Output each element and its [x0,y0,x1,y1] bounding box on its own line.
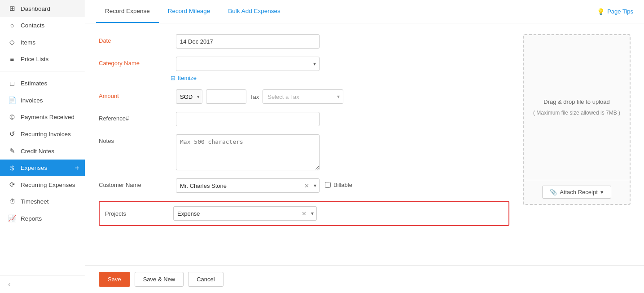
sidebar-item-label: Dashboard [21,5,50,12]
sidebar-item-label: Payments Received [21,114,74,120]
notes-row: Notes [99,134,509,170]
sidebar-item-label: Recurring Expenses [21,182,75,188]
sidebar-item-expenses[interactable]: $ Expenses + [0,160,85,176]
page-tips-button[interactable]: 💡 Page Tips [597,8,633,15]
sidebar-item-label: Estimates [21,80,47,87]
sidebar-item-dashboard[interactable]: ⊞ Dashboard [0,0,85,17]
projects-highlight-row: Projects ✕ ▾ [99,201,509,226]
upload-drop-zone[interactable]: Drag & drop file to upload ( Maximum fil… [524,35,629,180]
customer-name-select-wrapper: ✕ ▾ [176,178,320,193]
sidebar-item-label: Price Lists [21,56,48,62]
expenses-add-button[interactable]: + [74,164,79,172]
form-area: Date Category Name ⊞ Itemize Amount [85,23,644,265]
recurring-expenses-icon: ⟳ [8,181,16,189]
sidebar-item-label: Invoices [21,97,43,104]
tax-select-wrapper: Select a Tax [263,89,343,104]
sidebar-item-label: Recurring Invoices [21,131,71,138]
category-select[interactable] [176,57,320,71]
amount-row: Amount SGD Tax Select a Tax [99,89,509,104]
billable-row: Billable [325,178,352,188]
projects-chevron-icon[interactable]: ▾ [308,210,316,217]
sidebar-item-price-lists[interactable]: ≡ Price Lists [0,51,85,67]
billable-label: Billable [333,182,352,188]
expenses-icon: $ [8,164,16,172]
lightbulb-icon: 💡 [597,8,605,15]
itemize-icon: ⊞ [171,75,175,81]
projects-label: Projects [105,210,168,217]
sidebar-item-timesheet[interactable]: ⏱ Timesheet [0,193,85,210]
sidebar-item-label: Contacts [21,22,44,29]
category-label: Category Name [99,57,171,67]
recurring-invoices-icon: ↺ [8,130,16,138]
attach-receipt-button[interactable]: 📎 Attach Receipt ▾ [542,186,611,199]
reference-row: Reference# [99,112,509,126]
reports-icon: 📈 [8,214,16,222]
cancel-button[interactable]: Cancel [188,272,223,287]
file-size-text: ( Maximum file size allowed is 7MB ) [533,109,620,117]
items-icon: ◇ [8,38,16,46]
sidebar-item-reports[interactable]: 📈 Reports [0,210,85,227]
sidebar-item-items[interactable]: ◇ Items [0,34,85,51]
tax-select[interactable]: Select a Tax [263,89,343,104]
sidebar-item-recurring-expenses[interactable]: ⟳ Recurring Expenses [0,176,85,193]
attach-dropdown-icon: ▾ [600,189,604,195]
dashboard-icon: ⊞ [8,4,16,13]
sidebar-item-label: Timesheet [21,198,49,205]
category-row: Category Name [99,57,509,71]
reference-input[interactable] [176,112,320,126]
footer-bar: Save Save & New Cancel [85,265,644,293]
payments-icon: © [8,113,16,121]
sidebar-item-contacts[interactable]: ○ Contacts [0,17,85,34]
main-content: Record Expense Record Mileage Bulk Add E… [85,0,644,293]
projects-select-wrapper: ✕ ▾ [173,206,317,221]
form-left: Date Category Name ⊞ Itemize Amount [99,34,509,254]
customer-name-label: Customer Name [99,178,171,188]
save-new-button[interactable]: Save & New [135,272,184,287]
sidebar-item-label: Credit Notes [21,148,54,155]
amount-inputs: SGD Tax Select a Tax [176,89,343,104]
tabs: Record Expense Record Mileage Bulk Add E… [96,0,289,23]
reference-label: Reference# [99,112,171,122]
sidebar-divider [0,71,85,71]
sidebar-item-label: Items [21,39,35,46]
credit-notes-icon: ✎ [8,147,16,155]
upload-area: Drag & drop file to upload ( Maximum fil… [523,34,631,205]
sidebar-item-estimates[interactable]: □ Estimates [0,75,85,92]
tax-label: Tax [250,93,259,100]
sidebar: ⊞ Dashboard ○ Contacts ◇ Items ≡ Price L… [0,0,85,293]
tab-record-mileage[interactable]: Record Mileage [159,0,219,23]
sidebar-item-credit-notes[interactable]: ✎ Credit Notes [0,142,85,160]
save-button[interactable]: Save [99,272,130,287]
customer-name-row: Customer Name ✕ ▾ Billable [99,178,509,193]
sidebar-item-label: Reports [21,215,42,222]
customer-name-input[interactable] [176,182,302,189]
projects-input[interactable] [174,210,300,217]
amount-label: Amount [99,89,171,99]
date-row: Date [99,34,509,49]
customer-chevron-icon[interactable]: ▾ [311,182,319,189]
billable-checkbox[interactable] [325,182,331,188]
currency-select-wrapper: SGD [176,89,202,104]
amount-input[interactable] [206,89,246,104]
sidebar-item-payments-received[interactable]: © Payments Received [0,109,85,125]
upload-footer: 📎 Attach Receipt ▾ [524,180,630,204]
sidebar-item-recurring-invoices[interactable]: ↺ Recurring Invoices [0,125,85,142]
customer-clear-button[interactable]: ✕ [302,182,311,189]
sidebar-item-invoices[interactable]: 📄 Invoices [0,92,85,109]
currency-select[interactable]: SGD [176,89,202,104]
date-input[interactable] [176,34,320,49]
collapse-icon: ‹ [8,280,10,288]
sidebar-collapse-button[interactable]: ‹ [0,275,85,293]
drag-drop-text: Drag & drop file to upload [543,98,609,107]
projects-clear-button[interactable]: ✕ [300,210,308,217]
notes-textarea[interactable] [176,134,320,170]
tab-record-expense[interactable]: Record Expense [96,0,159,23]
sidebar-item-label: Expenses [21,164,47,171]
date-label: Date [99,34,171,44]
timesheet-icon: ⏱ [8,198,16,205]
paperclip-icon: 📎 [550,189,557,195]
pricelist-icon: ≡ [8,55,16,63]
tab-bulk-add-expenses[interactable]: Bulk Add Expenses [219,0,289,23]
itemize-button[interactable]: ⊞ Itemize [171,75,509,81]
contacts-icon: ○ [8,22,16,29]
